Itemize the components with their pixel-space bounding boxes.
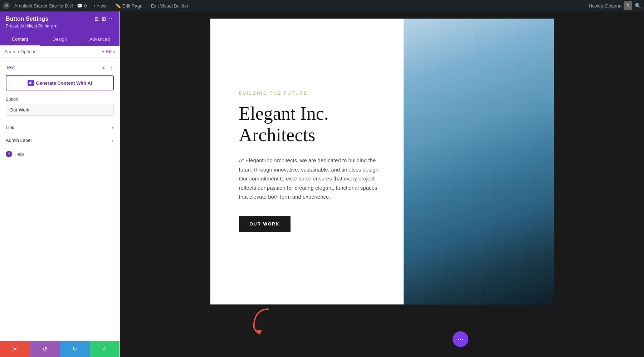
- cancel-button[interactable]: ✕: [0, 341, 30, 357]
- page-preview: BUILDING THE FUTURE Elegant Inc. Archite…: [210, 19, 554, 304]
- exit-builder-button[interactable]: Exit Visual Builder: [149, 3, 191, 9]
- building-photo: [404, 19, 554, 304]
- content-area: BUILDING THE FUTURE Elegant Inc. Archite…: [120, 11, 644, 357]
- ai-icon: AI: [28, 80, 34, 86]
- screen-icon[interactable]: ⊡: [94, 16, 99, 22]
- admin-label-section-label: Admin Label: [6, 138, 31, 143]
- undo-button[interactable]: ↺: [30, 341, 60, 357]
- tab-design[interactable]: Design: [40, 33, 79, 46]
- help-icon: ?: [6, 151, 12, 157]
- panel-title: Button Settings ⊡ ⊞ ⋯: [6, 16, 114, 22]
- redo-button[interactable]: ↻: [60, 341, 90, 357]
- user-greeting: Howdy, Deanna D: [589, 1, 632, 10]
- comments-link[interactable]: 💬 0: [77, 3, 87, 9]
- edit-page-button[interactable]: ✏️ Edit Page: [113, 3, 145, 9]
- preset-selector[interactable]: Preset: Architect Primary ▾: [6, 24, 114, 29]
- building-grid-overlay: [404, 19, 554, 304]
- left-panel: Button Settings ⊡ ⊞ ⋯ Preset: Architect …: [0, 11, 120, 357]
- button-field-group: Button: [0, 94, 119, 121]
- save-button[interactable]: ✓: [90, 341, 120, 357]
- chevron-down-icon: ▾: [54, 24, 57, 29]
- red-arrow: [249, 306, 274, 339]
- collapse-icon[interactable]: ▲: [101, 65, 106, 70]
- cta-button[interactable]: OUR WORK: [239, 216, 291, 232]
- pencil-icon: ✏️: [115, 3, 121, 9]
- button-text-input[interactable]: [6, 104, 114, 116]
- page-image: [404, 19, 554, 304]
- wp-logo-icon[interactable]: W: [3, 2, 10, 9]
- link-chevron-icon: ▾: [112, 125, 114, 130]
- button-field-label: Button: [6, 97, 114, 102]
- more-options-icon[interactable]: ⋯: [109, 16, 114, 22]
- ai-generate-button[interactable]: AI Generate Content With AI: [6, 75, 114, 90]
- section-options-icon[interactable]: ⋮: [109, 65, 114, 70]
- text-section-header[interactable]: Text ▲ ⋮: [0, 62, 119, 73]
- admin-bar: W Architect Starter Site for Divi 💬 0 + …: [0, 0, 644, 11]
- panel-header: Button Settings ⊡ ⊞ ⋯ Preset: Architect …: [0, 11, 119, 33]
- page-subtitle: BUILDING THE FUTURE: [239, 91, 382, 96]
- text-section-title: Text: [6, 65, 15, 70]
- purple-dots-button[interactable]: ⋯: [453, 331, 468, 347]
- tab-advanced[interactable]: Advanced: [80, 33, 119, 46]
- link-section[interactable]: Link ▾: [0, 121, 119, 134]
- help-section[interactable]: ? Help: [0, 147, 119, 162]
- site-name[interactable]: Architect Starter Site for Divi: [14, 3, 73, 9]
- admin-label-section[interactable]: Admin Label ▾: [0, 134, 119, 147]
- page-body: At Elegant Inc Architects, we are dedica…: [239, 156, 382, 202]
- bottom-toolbar: ✕ ↺ ↻ ✓: [0, 341, 119, 357]
- page-title: Elegant Inc. Architects: [239, 103, 382, 146]
- link-section-label: Link: [6, 125, 14, 130]
- comment-icon: 💬: [77, 3, 83, 9]
- avatar: D: [624, 1, 632, 10]
- panel-content: Text ▲ ⋮ AI Generate Content With AI But…: [0, 58, 119, 341]
- columns-icon[interactable]: ⊞: [102, 16, 106, 22]
- search-bar: + Filter: [0, 46, 119, 58]
- panel-tabs: Content Design Advanced: [0, 33, 119, 46]
- filter-button[interactable]: + Filter: [102, 49, 115, 54]
- tab-content[interactable]: Content: [0, 33, 40, 46]
- search-icon[interactable]: 🔍: [635, 3, 641, 9]
- page-left-content: BUILDING THE FUTURE Elegant Inc. Archite…: [210, 19, 404, 304]
- new-button[interactable]: + New: [91, 3, 109, 9]
- search-input[interactable]: [4, 49, 99, 54]
- admin-label-chevron-icon: ▾: [112, 138, 114, 143]
